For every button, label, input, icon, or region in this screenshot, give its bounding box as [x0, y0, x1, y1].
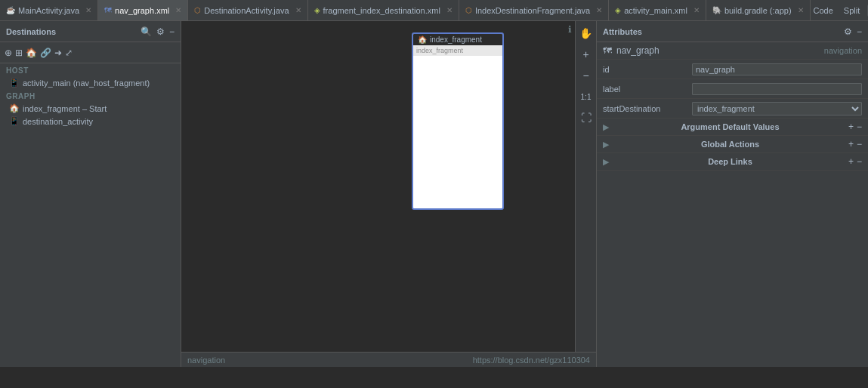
tab-label: nav_graph.xml [115, 6, 169, 15]
index-fragment-hint: index_fragment [413, 45, 502, 56]
attr-label-start-destination: startDestination [603, 104, 686, 113]
settings-icon[interactable]: ⚙ [156, 26, 165, 37]
link-button[interactable]: 🔗 [40, 48, 51, 58]
center-canvas[interactable]: ℹ 🏠 index_fragment index_fragment 📱 dest… [181, 21, 596, 367]
xml-icon: ◈ [615, 6, 621, 14]
tab-close-dest-activity[interactable]: ✕ [295, 6, 301, 14]
left-panel: Destinations 🔍 ⚙ − ⊕ ⊞ 🏠 🔗 ➜ ⤢ HOST 📱 ac… [0, 21, 181, 367]
info-icon[interactable]: ℹ [568, 24, 572, 35]
tab-label: MainActivity.java [18, 6, 79, 15]
tab-label: IndexDestinationFragment.java [475, 6, 590, 15]
zoom-in-button[interactable]: + [577, 45, 595, 63]
attr-row-label: label [597, 79, 868, 99]
tab-close-nav-graph[interactable]: ✕ [175, 6, 181, 14]
destinations-panel-header: Destinations 🔍 ⚙ − [0, 21, 181, 42]
java-icon: ⬡ [194, 6, 201, 14]
attr-row-start-destination: startDestination index_fragment destinat… [597, 99, 868, 119]
section-global-actions[interactable]: ▶ Global Actions + − [597, 136, 868, 153]
split-button[interactable]: Split [841, 5, 863, 17]
tree-item-index-fragment[interactable]: 🏠 index_fragment – Start [0, 102, 181, 115]
right-panel: Attributes ⚙ − 🗺 nav_graph navigation id… [596, 21, 868, 367]
host-item-icon: 📱 [9, 78, 20, 88]
tab-fragment-index[interactable]: ◈ fragment_index_destination.xml ✕ [308, 0, 459, 21]
nav-graph-icon: 🗺 [603, 45, 612, 56]
java-icon: ⬡ [465, 6, 472, 14]
tab-destination-activity[interactable]: ⬡ DestinationActivity.java ✕ [188, 0, 307, 21]
attr-input-label[interactable] [692, 83, 862, 95]
attr-label-label: label [603, 85, 686, 94]
search-icon[interactable]: 🔍 [141, 26, 152, 37]
zoom-out-button[interactable]: − [577, 66, 595, 85]
global-actions-minus-icon[interactable]: − [857, 139, 862, 149]
index-fragment-content [413, 56, 502, 203]
status-bar: navigation https://blog.csdn.net/gzx1103… [181, 352, 596, 367]
hand-tool-button[interactable]: ✋ [577, 24, 595, 42]
tab-main-activity[interactable]: ☕ MainActivity.java ✕ [0, 0, 98, 21]
tab-build-gradle[interactable]: 🐘 build.gradle (:app) ✕ [706, 0, 811, 21]
graph-section-label: GRAPH [0, 89, 181, 102]
tab-close-activity-main[interactable]: ✕ [693, 6, 700, 14]
tab-activity-main[interactable]: ◈ activity_main.xml ✕ [609, 0, 706, 21]
home-item-icon: 🏠 [9, 103, 20, 113]
tab-close-main-activity[interactable]: ✕ [85, 6, 91, 14]
arrow-button[interactable]: ➜ [54, 48, 62, 58]
tree-item-index-label: index_fragment – Start [23, 104, 107, 113]
home-header-icon: 🏠 [418, 35, 427, 44]
index-fragment-header: 🏠 index_fragment [413, 34, 502, 45]
activity-item-icon: 📱 [9, 116, 20, 126]
nav-graph-type: navigation [824, 46, 862, 55]
tab-label: fragment_index_destination.xml [323, 6, 440, 15]
tab-index-fragment[interactable]: ⬡ IndexDestinationFragment.java ✕ [459, 0, 609, 21]
attributes-minimize-icon[interactable]: − [857, 26, 862, 37]
attr-select-start-destination[interactable]: index_fragment destination_activity [692, 102, 862, 115]
home-button[interactable]: 🏠 [26, 48, 37, 58]
tab-nav-graph[interactable]: 🗺 nav_graph.xml ✕ [98, 0, 188, 21]
tab-close-index-fragment[interactable]: ✕ [596, 6, 602, 14]
expand-button[interactable]: ⤢ [65, 48, 73, 58]
deep-links-minus-icon[interactable]: − [857, 156, 862, 167]
section-global-actions-label: Global Actions [701, 140, 759, 149]
attr-row-id: id [597, 60, 868, 79]
gradle-icon: 🐘 [712, 6, 721, 14]
tree-item-destination-activity[interactable]: 📱 destination_activity [0, 115, 181, 128]
index-fragment-title: index_fragment [430, 35, 482, 44]
attributes-title: Attributes [603, 27, 642, 36]
xml-icon: ◈ [314, 6, 320, 14]
fit-screen-button[interactable]: ⛶ [577, 109, 595, 127]
fit-ratio-button[interactable]: 1:1 [577, 88, 595, 106]
java-icon: ☕ [6, 6, 15, 14]
index-fragment-box[interactable]: 🏠 index_fragment index_fragment [412, 32, 504, 210]
status-left: navigation [187, 356, 225, 365]
global-actions-add-icon[interactable]: + [848, 139, 854, 149]
minimize-icon[interactable]: − [169, 26, 175, 37]
section-deep-links[interactable]: ▶ Deep Links + − [597, 153, 868, 171]
host-item-label: activity_main (nav_host_fragment) [23, 79, 150, 88]
tab-close-fragment-index[interactable]: ✕ [446, 6, 453, 14]
code-button[interactable]: Code [811, 5, 836, 17]
tab-bar: ☕ MainActivity.java ✕ 🗺 nav_graph.xml ✕ … [0, 0, 868, 21]
panel-header-icons: 🔍 ⚙ − [141, 26, 175, 37]
tab-label: build.gradle (:app) [724, 6, 792, 15]
nav-toolbar: ⊕ ⊞ 🏠 🔗 ➜ ⤢ [0, 42, 181, 63]
argument-minus-icon[interactable]: − [857, 122, 862, 132]
destinations-title: Destinations [6, 27, 56, 36]
host-item[interactable]: 📱 activity_main (nav_host_fragment) [0, 76, 181, 89]
attr-input-id[interactable] [692, 63, 862, 75]
attr-label-id: id [603, 65, 686, 74]
attributes-panel-header: Attributes ⚙ − [597, 21, 868, 42]
section-argument-default-values[interactable]: ▶ Argument Default Values + − [597, 119, 868, 136]
attributes-settings-icon[interactable]: ⚙ [844, 26, 852, 37]
tree-item-dest-label: destination_activity [23, 117, 93, 126]
status-right: https://blog.csdn.net/gzx110304 [473, 356, 590, 365]
deep-links-arrow-icon: ▶ [603, 157, 609, 167]
deep-links-add-icon[interactable]: + [848, 156, 854, 167]
side-tools: ✋ + − 1:1 ⛶ [575, 21, 596, 352]
new-destination-button[interactable]: ⊕ [5, 48, 12, 58]
global-actions-arrow-icon: ▶ [603, 140, 609, 149]
new-destination-alt-button[interactable]: ⊞ [15, 48, 23, 58]
host-section-label: HOST [0, 63, 181, 76]
argument-add-icon[interactable]: + [848, 122, 854, 132]
section-deep-links-label: Deep Links [708, 157, 752, 166]
nav-graph-name-row: 🗺 nav_graph navigation [597, 42, 868, 60]
tab-close-build-gradle[interactable]: ✕ [798, 6, 804, 14]
